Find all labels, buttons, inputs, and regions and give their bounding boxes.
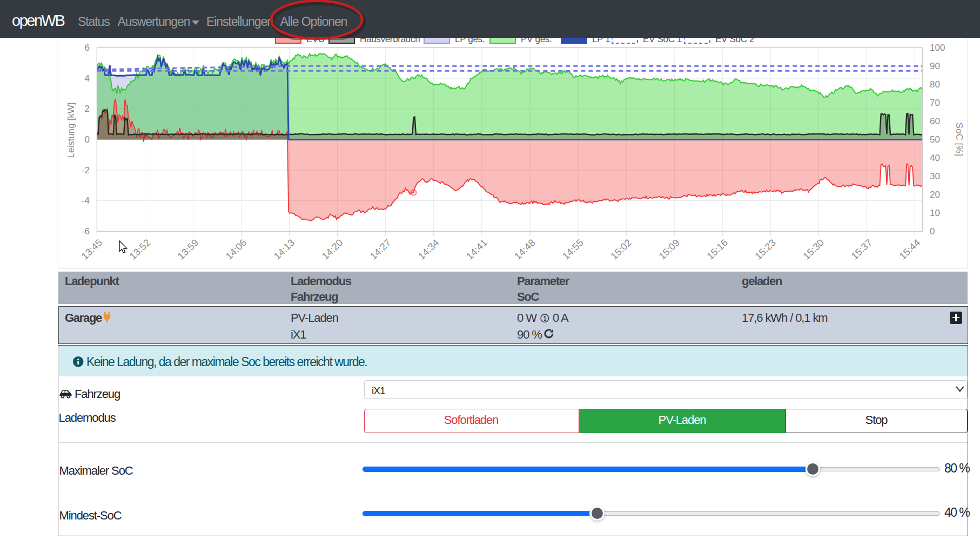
- svg-text:13:52: 13:52: [127, 237, 152, 262]
- svg-text:80: 80: [930, 79, 940, 90]
- svg-text:14:20: 14:20: [320, 237, 345, 262]
- svg-text:14:13: 14:13: [272, 237, 297, 262]
- svg-text:60: 60: [930, 116, 940, 126]
- svg-text:15:09: 15:09: [656, 237, 681, 262]
- svg-text:40: 40: [930, 153, 940, 163]
- svg-text:15:30: 15:30: [801, 237, 826, 262]
- svg-text:70: 70: [930, 98, 940, 108]
- svg-text:13:59: 13:59: [176, 237, 200, 262]
- svg-text:-4: -4: [82, 195, 90, 206]
- svg-text:100: 100: [930, 43, 945, 53]
- svg-text:-2: -2: [82, 165, 90, 176]
- svg-text:SoC [%]: SoC [%]: [954, 123, 964, 156]
- svg-text:50: 50: [930, 134, 940, 145]
- svg-text:14:27: 14:27: [368, 237, 393, 262]
- svg-text:15:23: 15:23: [753, 237, 778, 262]
- svg-text:14:48: 14:48: [512, 237, 537, 262]
- svg-text:14:41: 14:41: [464, 237, 489, 262]
- svg-text:90: 90: [930, 61, 940, 71]
- svg-text:14:55: 14:55: [560, 237, 585, 262]
- svg-text:20: 20: [930, 190, 940, 200]
- svg-text:10: 10: [930, 208, 940, 218]
- svg-text:30: 30: [930, 171, 940, 181]
- svg-text:-6: -6: [82, 226, 90, 237]
- svg-text:Leistung [kW]: Leistung [kW]: [66, 103, 76, 158]
- svg-text:15:16: 15:16: [705, 237, 730, 262]
- svg-text:14:34: 14:34: [416, 237, 441, 262]
- svg-text:6: 6: [85, 43, 90, 53]
- svg-text:0: 0: [85, 134, 90, 145]
- svg-text:4: 4: [85, 73, 90, 84]
- svg-text:0: 0: [930, 226, 935, 237]
- svg-text:2: 2: [85, 104, 90, 114]
- svg-text:13:45: 13:45: [79, 237, 104, 262]
- svg-text:14:06: 14:06: [224, 237, 249, 262]
- svg-text:15:02: 15:02: [608, 237, 633, 262]
- svg-text:15:37: 15:37: [849, 237, 874, 262]
- svg-text:15:44: 15:44: [897, 237, 922, 262]
